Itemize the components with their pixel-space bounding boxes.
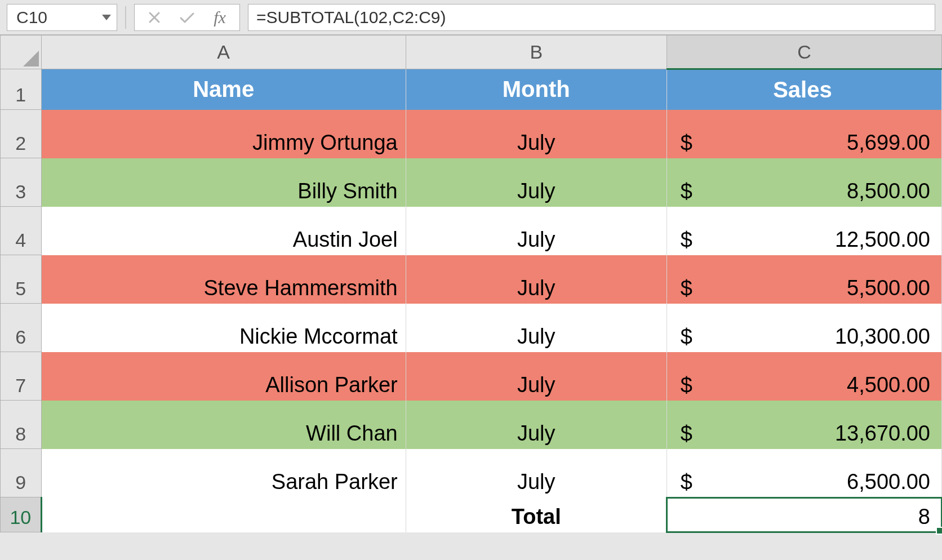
header-sales[interactable]: Sales (666, 69, 941, 110)
row-header-10[interactable]: 10 (1, 497, 42, 532)
excel-window: C10 fx (0, 0, 942, 560)
cell-B8-month[interactable]: July (406, 401, 666, 449)
column-header-C[interactable]: C (666, 35, 941, 69)
table-row: 5Steve HammersmithJuly$5,500.00 (1, 255, 942, 304)
cell-B10-total-label[interactable]: Total (406, 497, 666, 532)
formula-bar-buttons: fx (134, 4, 240, 31)
row-header-1[interactable]: 1 (1, 69, 42, 110)
column-header-row: A B C (1, 35, 942, 69)
cell-A5-name[interactable]: Steve Hammersmith (41, 255, 406, 304)
name-box-dropdown-icon[interactable] (102, 15, 111, 20)
sales-value: 13,670.00 (835, 421, 930, 446)
header-month[interactable]: Month (406, 69, 666, 110)
table-row: 9Sarah ParkerJuly$6,500.00 (1, 449, 942, 497)
enter-icon[interactable] (172, 5, 202, 30)
cell-A8-name[interactable]: Will Chan (41, 401, 406, 449)
row-header-7[interactable]: 7 (1, 352, 42, 401)
sales-value: 6,500.00 (847, 470, 930, 494)
row-header-4[interactable]: 4 (1, 207, 42, 255)
currency-symbol: $ (675, 325, 692, 349)
cell-A7-name[interactable]: Allison Parker (41, 352, 406, 401)
sales-value: 4,500.00 (847, 373, 930, 397)
sales-value: 5,500.00 (847, 276, 930, 300)
name-box[interactable]: C10 (7, 4, 117, 31)
cell-B7-month[interactable]: July (406, 352, 666, 401)
cell-C5-sales[interactable]: $5,500.00 (666, 255, 941, 304)
table-row: 3Billy SmithJuly$8,500.00 (1, 158, 942, 207)
table-row: 2Jimmy OrtungaJuly$5,699.00 (1, 110, 942, 158)
cancel-icon[interactable] (139, 5, 170, 30)
sales-value: 5,699.00 (847, 131, 930, 155)
row-header-5[interactable]: 5 (1, 255, 42, 304)
table-row: 4Austin JoelJuly$12,500.00 (1, 207, 942, 255)
cell-C8-sales[interactable]: $13,670.00 (666, 401, 941, 449)
column-header-A[interactable]: A (41, 35, 406, 69)
row-header-8[interactable]: 8 (1, 401, 42, 449)
cell-C6-sales[interactable]: $10,300.00 (666, 304, 941, 352)
cell-C9-sales[interactable]: $6,500.00 (666, 449, 941, 497)
select-all-corner[interactable] (1, 35, 42, 69)
cell-B9-month[interactable]: July (406, 449, 666, 497)
currency-symbol: $ (675, 421, 692, 446)
cell-B6-month[interactable]: July (406, 304, 666, 352)
row-header-2[interactable]: 2 (1, 110, 42, 158)
cell-C10-total-value[interactable]: 8 (666, 497, 941, 532)
cell-A9-name[interactable]: Sarah Parker (41, 449, 406, 497)
currency-symbol: $ (675, 179, 692, 203)
table-row: 7Allison ParkerJuly$4,500.00 (1, 352, 942, 401)
currency-symbol: $ (675, 373, 692, 397)
total-row: 10 Total 8 (1, 497, 942, 532)
sales-value: 8,500.00 (847, 179, 930, 203)
row-header-9[interactable]: 9 (1, 449, 42, 497)
table-row: 8Will ChanJuly$13,670.00 (1, 401, 942, 449)
cell-B4-month[interactable]: July (406, 207, 666, 255)
formula-bar: C10 fx (0, 0, 942, 35)
currency-symbol: $ (675, 228, 692, 252)
cell-C3-sales[interactable]: $8,500.00 (666, 158, 941, 207)
cell-C7-sales[interactable]: $4,500.00 (666, 352, 941, 401)
cell-A2-name[interactable]: Jimmy Ortunga (41, 110, 406, 158)
column-header-B[interactable]: B (406, 35, 666, 69)
cell-C4-sales[interactable]: $12,500.00 (666, 207, 941, 255)
cell-B3-month[interactable]: July (406, 158, 666, 207)
table-row: 6Nickie MccormatJuly$10,300.00 (1, 304, 942, 352)
sales-value: 12,500.00 (835, 228, 930, 252)
row-header-3[interactable]: 3 (1, 158, 42, 207)
fx-label: fx (211, 8, 228, 27)
cell-B2-month[interactable]: July (406, 110, 666, 158)
insert-function-button[interactable]: fx (205, 5, 235, 30)
cell-A4-name[interactable]: Austin Joel (41, 207, 406, 255)
header-name[interactable]: Name (41, 69, 406, 110)
table-header-row: 1 Name Month Sales (1, 69, 942, 110)
row-header-6[interactable]: 6 (1, 304, 42, 352)
sales-value: 10,300.00 (835, 325, 930, 349)
formula-input[interactable] (248, 4, 935, 31)
currency-symbol: $ (675, 470, 692, 494)
currency-symbol: $ (675, 276, 692, 300)
cell-C2-sales[interactable]: $5,699.00 (666, 110, 941, 158)
currency-symbol: $ (675, 131, 692, 155)
name-box-ref: C10 (16, 8, 47, 27)
divider (125, 6, 126, 29)
cell-A10[interactable] (41, 497, 406, 532)
cell-B5-month[interactable]: July (406, 255, 666, 304)
cell-A3-name[interactable]: Billy Smith (41, 158, 406, 207)
cell-A6-name[interactable]: Nickie Mccormat (41, 304, 406, 352)
worksheet-grid[interactable]: A B C 1 Name Month Sales 2Jimmy OrtungaJ… (0, 35, 942, 560)
